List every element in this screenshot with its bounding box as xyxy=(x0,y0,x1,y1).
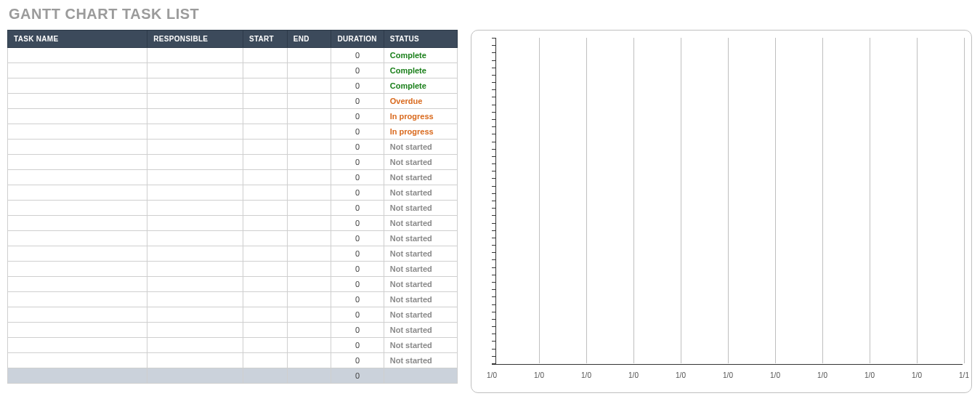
responsible-cell[interactable] xyxy=(147,277,243,292)
task-cell[interactable] xyxy=(8,201,147,216)
task-cell[interactable] xyxy=(8,109,147,124)
table-row[interactable]: 0Not started xyxy=(8,155,458,170)
duration-cell[interactable]: 0 xyxy=(331,48,384,63)
responsible-cell[interactable] xyxy=(147,246,243,262)
table-row[interactable]: 0Not started xyxy=(8,323,458,338)
end-cell[interactable] xyxy=(287,170,331,185)
duration-cell[interactable]: 0 xyxy=(331,262,384,277)
responsible-cell[interactable] xyxy=(147,262,243,277)
table-row[interactable]: 0Not started xyxy=(8,231,458,246)
end-cell[interactable] xyxy=(287,353,331,368)
table-row[interactable]: 0Not started xyxy=(8,246,458,262)
status-cell[interactable]: Not started xyxy=(384,292,457,307)
responsible-cell[interactable] xyxy=(147,201,243,216)
task-cell[interactable] xyxy=(8,155,147,170)
task-cell[interactable] xyxy=(8,262,147,277)
task-cell[interactable] xyxy=(8,140,147,155)
responsible-cell[interactable] xyxy=(147,170,243,185)
table-row[interactable]: 0Not started xyxy=(8,170,458,185)
start-cell[interactable] xyxy=(243,48,287,63)
responsible-cell[interactable] xyxy=(147,338,243,353)
status-cell[interactable]: Not started xyxy=(384,353,457,368)
status-cell[interactable]: Complete xyxy=(384,48,457,63)
status-cell[interactable]: Overdue xyxy=(384,94,457,109)
end-cell[interactable] xyxy=(287,78,331,94)
responsible-cell[interactable] xyxy=(147,216,243,231)
end-cell[interactable] xyxy=(287,231,331,246)
task-cell[interactable] xyxy=(8,338,147,353)
start-cell[interactable] xyxy=(243,63,287,78)
responsible-cell[interactable] xyxy=(147,63,243,78)
duration-cell[interactable]: 0 xyxy=(331,140,384,155)
table-row[interactable]: 0Not started xyxy=(8,185,458,201)
end-cell[interactable] xyxy=(287,277,331,292)
status-cell[interactable]: Complete xyxy=(384,78,457,94)
duration-cell[interactable]: 0 xyxy=(331,323,384,338)
start-cell[interactable] xyxy=(243,338,287,353)
start-cell[interactable] xyxy=(243,185,287,201)
duration-cell[interactable]: 0 xyxy=(331,277,384,292)
task-cell[interactable] xyxy=(8,323,147,338)
responsible-cell[interactable] xyxy=(147,124,243,140)
start-cell[interactable] xyxy=(243,323,287,338)
responsible-cell[interactable] xyxy=(147,307,243,323)
task-cell[interactable] xyxy=(8,307,147,323)
start-cell[interactable] xyxy=(243,109,287,124)
task-cell[interactable] xyxy=(8,292,147,307)
status-cell[interactable]: Not started xyxy=(384,185,457,201)
table-row[interactable]: 0Complete xyxy=(8,78,458,94)
start-cell[interactable] xyxy=(243,307,287,323)
end-cell[interactable] xyxy=(287,94,331,109)
end-cell[interactable] xyxy=(287,338,331,353)
task-cell[interactable] xyxy=(8,78,147,94)
status-cell[interactable]: Not started xyxy=(384,231,457,246)
table-row[interactable]: 0Complete xyxy=(8,63,458,78)
duration-cell[interactable]: 0 xyxy=(331,78,384,94)
duration-cell[interactable]: 0 xyxy=(331,185,384,201)
table-row[interactable]: 0Not started xyxy=(8,353,458,368)
start-cell[interactable] xyxy=(243,216,287,231)
start-cell[interactable] xyxy=(243,78,287,94)
end-cell[interactable] xyxy=(287,124,331,140)
duration-cell[interactable]: 0 xyxy=(331,307,384,323)
task-cell[interactable] xyxy=(8,353,147,368)
status-cell[interactable]: Not started xyxy=(384,307,457,323)
start-cell[interactable] xyxy=(243,94,287,109)
task-cell[interactable] xyxy=(8,63,147,78)
start-cell[interactable] xyxy=(243,124,287,140)
start-cell[interactable] xyxy=(243,155,287,170)
end-cell[interactable] xyxy=(287,262,331,277)
responsible-cell[interactable] xyxy=(147,78,243,94)
status-cell[interactable]: Not started xyxy=(384,338,457,353)
start-cell[interactable] xyxy=(243,353,287,368)
duration-cell[interactable]: 0 xyxy=(331,94,384,109)
table-row[interactable]: 0Overdue xyxy=(8,94,458,109)
duration-cell[interactable]: 0 xyxy=(331,216,384,231)
responsible-cell[interactable] xyxy=(147,140,243,155)
task-cell[interactable] xyxy=(8,185,147,201)
status-cell[interactable]: Not started xyxy=(384,277,457,292)
responsible-cell[interactable] xyxy=(147,48,243,63)
responsible-cell[interactable] xyxy=(147,185,243,201)
responsible-cell[interactable] xyxy=(147,353,243,368)
task-cell[interactable] xyxy=(8,124,147,140)
status-cell[interactable]: Not started xyxy=(384,246,457,262)
start-cell[interactable] xyxy=(243,170,287,185)
table-row[interactable]: 0Not started xyxy=(8,216,458,231)
status-cell[interactable]: Not started xyxy=(384,262,457,277)
end-cell[interactable] xyxy=(287,246,331,262)
start-cell[interactable] xyxy=(243,231,287,246)
duration-cell[interactable]: 0 xyxy=(331,292,384,307)
responsible-cell[interactable] xyxy=(147,94,243,109)
end-cell[interactable] xyxy=(287,155,331,170)
table-row[interactable]: 0Not started xyxy=(8,140,458,155)
status-cell[interactable]: Not started xyxy=(384,201,457,216)
table-row[interactable]: 0Not started xyxy=(8,262,458,277)
start-cell[interactable] xyxy=(243,292,287,307)
end-cell[interactable] xyxy=(287,292,331,307)
table-row[interactable]: 0In progress xyxy=(8,109,458,124)
table-row[interactable]: 0Complete xyxy=(8,48,458,63)
responsible-cell[interactable] xyxy=(147,155,243,170)
duration-cell[interactable]: 0 xyxy=(331,246,384,262)
start-cell[interactable] xyxy=(243,277,287,292)
